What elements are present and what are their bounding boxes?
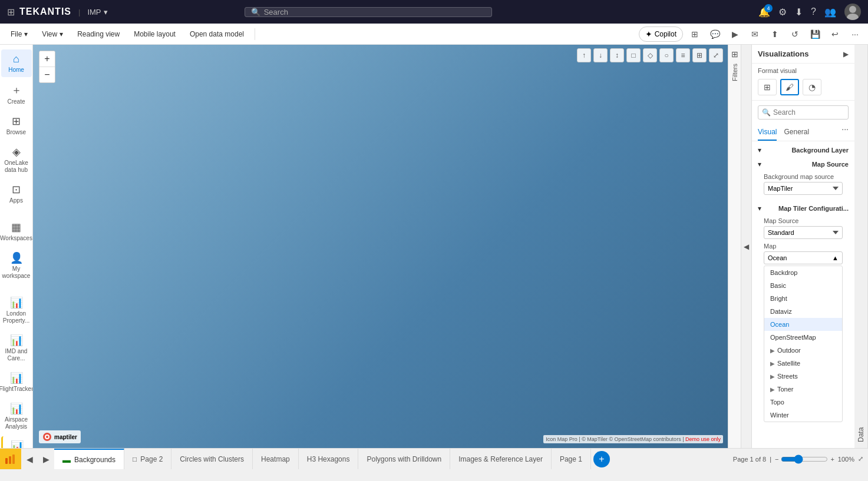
filters-icon[interactable]: ⊞ [731, 49, 738, 59]
open-data-model-btn[interactable]: Open data model [184, 28, 250, 41]
tab-next-btn[interactable]: ▶ [38, 451, 54, 467]
map-tool-down[interactable]: ↓ [593, 48, 608, 62]
sidebar-item-london[interactable]: 📊 London Property... [1, 293, 32, 328]
tab-heatmap[interactable]: Heatmap [253, 449, 299, 469]
dropdown-item-basic[interactable]: Basic [764, 279, 842, 292]
collapse-viz-panel[interactable]: ◀ [741, 45, 751, 448]
zoom-out-button[interactable]: − [39, 67, 55, 82]
dropdown-item-satellite[interactable]: ▶ Satellite [764, 357, 842, 370]
viz-filter-icon[interactable]: ◔ [803, 79, 821, 95]
viz-search-input[interactable] [773, 108, 844, 117]
zoom-in-button[interactable]: + [39, 51, 55, 67]
viz-tabs: Visual General ··· [752, 124, 854, 141]
powerbi-logo[interactable] [0, 449, 21, 470]
map-tool-grid[interactable]: ⊞ [692, 48, 707, 62]
mobile-layout-btn[interactable]: Mobile layout [128, 28, 181, 41]
dropdown-item-dataviz[interactable]: Dataviz [764, 305, 842, 318]
map-tool-circle[interactable]: ○ [659, 48, 674, 62]
present-icon[interactable]: ▶ [727, 26, 743, 42]
fit-page-icon[interactable]: ⤢ [858, 455, 863, 463]
copilot-button[interactable]: ✦ Copilot [639, 26, 683, 42]
tab-prev-btn[interactable]: ◀ [21, 451, 38, 467]
refresh-icon[interactable]: ↺ [787, 26, 803, 42]
filters-panel: ⊞ Filters [728, 45, 741, 448]
help-icon[interactable]: ? [811, 6, 816, 17]
settings-icon[interactable]: ⚙ [778, 6, 787, 18]
tab-circles[interactable]: Circles with Clusters [171, 449, 253, 469]
viz-paint-icon[interactable]: 🖌 [780, 79, 799, 95]
sidebar-item-flighttracker[interactable]: 📊 FlightTracker [1, 368, 32, 396]
map-tool-select[interactable]: ◇ [643, 48, 657, 62]
save-icon[interactable]: 💾 [807, 26, 823, 42]
sidebar-item-airspace[interactable]: 📊 Airspace Analysis [1, 399, 32, 434]
sidebar-item-browse[interactable]: ⊞ Browse [1, 111, 32, 140]
sidebar-item-imp[interactable]: 📊 IMP [1, 436, 32, 448]
tab-polygons[interactable]: Polygons with Drilldown [358, 449, 450, 469]
zoom-slider[interactable] [781, 455, 828, 464]
map-dropdown[interactable]: Ocean ▲ [764, 251, 843, 264]
background-layer-header[interactable]: ▾ Background Layer [752, 141, 854, 157]
map-tool-lines[interactable]: ≡ [676, 48, 690, 62]
map-source-select[interactable]: Standard [764, 226, 843, 239]
map-tool-expand[interactable]: ⤢ [709, 48, 723, 62]
grid-icon[interactable]: ⊞ [7, 6, 15, 18]
viz-panel-expand[interactable]: ▶ [843, 50, 849, 58]
avatar[interactable] [844, 4, 861, 20]
dropdown-item-streets[interactable]: ▶ Streets [764, 370, 842, 383]
sidebar-item-onelake[interactable]: ◈ OneLake data hub [1, 142, 32, 177]
export-icon[interactable]: ⬆ [767, 26, 783, 42]
sidebar-item-apps[interactable]: ⊡ Apps [1, 180, 32, 208]
workspace-selector[interactable]: IMP ▾ [87, 8, 107, 16]
map-tool-up[interactable]: ↑ [577, 48, 591, 62]
filters-label[interactable]: Filters [731, 64, 738, 81]
maptiler-config-subsection: ▾ Map Tiler Configurati... Map Source St… [752, 201, 854, 429]
viz-tab-general[interactable]: General [784, 124, 809, 141]
maptiler-config-header[interactable]: ▾ Map Tiler Configurati... [758, 202, 849, 215]
download-icon[interactable]: ⬇ [795, 6, 803, 18]
viz-search[interactable]: 🔍 [758, 105, 849, 120]
viz-tab-visual[interactable]: Visual [758, 124, 777, 141]
undo-icon[interactable]: ↩ [827, 26, 843, 42]
dropdown-item-topo[interactable]: Topo [764, 396, 842, 409]
tab-backgrounds[interactable]: ▬ Backgrounds [54, 449, 124, 469]
global-search[interactable]: 🔍 [245, 7, 492, 17]
sidebar-item-my-workspace[interactable]: 👤 My workspace [1, 248, 32, 283]
dropdown-item-outdoor[interactable]: ▶ Outdoor [764, 344, 842, 357]
tab-page2[interactable]: □ Page 2 [124, 449, 171, 469]
bg-map-source-select[interactable]: MapTiler [764, 182, 843, 195]
dropdown-item-toner[interactable]: ▶ Toner [764, 383, 842, 396]
notification-icon[interactable]: 🔔 4 [758, 6, 770, 18]
tab-page1[interactable]: Page 1 [552, 449, 591, 469]
search-input[interactable] [264, 8, 486, 16]
compare-icon[interactable]: ⊞ [687, 26, 703, 42]
dropdown-item-winter[interactable]: Winter [764, 409, 842, 422]
viz-table-icon[interactable]: ⊞ [758, 79, 777, 95]
sidebar-item-workspaces[interactable]: ▦ Workspaces [1, 217, 32, 246]
file-menu[interactable]: File ▾ [5, 28, 34, 41]
map-tool-square[interactable]: □ [626, 48, 641, 62]
dropdown-item-bright[interactable]: Bright [764, 292, 842, 305]
view-menu[interactable]: View ▾ [36, 28, 69, 41]
map-dropdown-list: Backdrop Basic Bright Data [764, 266, 843, 422]
map-area[interactable]: SARGASSO SEA CARIBBEAN SEA East Pacific … [33, 45, 728, 448]
subscribe-icon[interactable]: ✉ [747, 26, 763, 42]
reading-view-btn[interactable]: Reading view [71, 28, 126, 41]
add-page-button[interactable]: + [593, 451, 610, 467]
map-watermark: maptiler [39, 430, 81, 443]
data-tab[interactable]: Data [854, 45, 868, 448]
tab-images[interactable]: Images & Reference Layer [450, 449, 552, 469]
svg-rect-13 [12, 455, 15, 464]
sidebar-item-imd[interactable]: 📊 IMD and Care... [1, 330, 32, 366]
map-source-header[interactable]: ▾ Map Source [758, 158, 849, 171]
dropdown-item-ocean[interactable]: Ocean [764, 318, 842, 331]
sidebar-item-create[interactable]: ＋ Create [1, 79, 32, 109]
dropdown-item-openstreetmap[interactable]: OpenStreetMap [764, 331, 842, 344]
tab-h3[interactable]: H3 Hexagons [299, 449, 359, 469]
viz-tab-more[interactable]: ··· [841, 124, 849, 141]
share-icon[interactable]: 👥 [824, 6, 836, 18]
dropdown-item-backdrop[interactable]: Backdrop [764, 266, 842, 279]
comment-icon[interactable]: 💬 [707, 26, 723, 42]
map-tool-both[interactable]: ↕ [610, 48, 624, 62]
more-menu-icon[interactable]: ··· [847, 26, 863, 42]
sidebar-item-home[interactable]: ⌂ Home [1, 49, 32, 77]
